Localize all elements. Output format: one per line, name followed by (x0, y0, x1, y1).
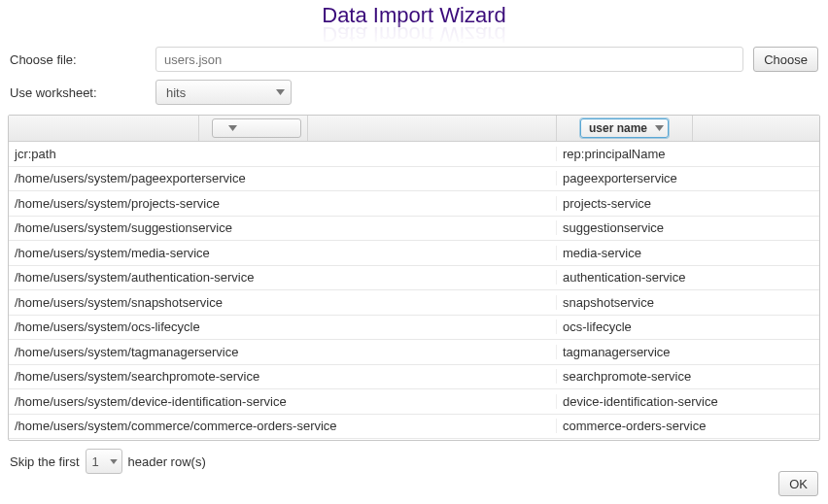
table-row[interactable]: /home/users/system/ocs-lifecycleocs-life… (9, 316, 819, 341)
cell-path: /home/users/system/projects-service (9, 196, 557, 211)
ok-button[interactable]: OK (778, 471, 818, 496)
cell-path: /home/users/system/authentication-servic… (9, 270, 557, 285)
cell-path: /home/users/system/commerce/commerce-ord… (9, 419, 557, 433)
column-mapping-select[interactable] (212, 118, 301, 138)
skip-rows-value: 1 (92, 454, 99, 469)
table-row[interactable]: /home/users/system/device-identification… (9, 389, 819, 415)
table-header-cell (308, 116, 557, 141)
choose-file-row: Choose file: Choose (0, 43, 828, 76)
skip-prefix-label: Skip the first (10, 454, 80, 469)
cell-name: searchpromote-service (557, 369, 819, 384)
table-row[interactable]: jcr:pathrep:principalName (9, 142, 819, 167)
cell-name: rep:principalName (557, 147, 819, 161)
chevron-down-icon (655, 125, 664, 131)
chevron-down-icon (228, 125, 237, 131)
choose-button[interactable]: Choose (753, 47, 818, 72)
table-header: user name (9, 116, 819, 142)
cell-path: /home/users/system/searchpromote-service (9, 369, 557, 384)
table-row[interactable]: /home/users/system/pageexporterservicepa… (9, 167, 819, 192)
cell-name: authentication-service (557, 270, 819, 285)
cell-name: media-service (557, 246, 819, 260)
cell-name: pageexporterservice (557, 171, 819, 185)
table-row[interactable]: /home/users/system/media-servicemedia-se… (9, 241, 819, 266)
worksheet-select[interactable]: hits (155, 80, 292, 105)
dialog-actions: OK (778, 471, 818, 496)
table-header-cell: user name (557, 116, 693, 141)
table-row[interactable]: /home/users/system/authentication-servic… (9, 266, 819, 291)
table-row[interactable]: /home/users/system/snapshotservicesnapsh… (9, 290, 819, 316)
cell-path: /home/users/system/snapshotservice (9, 295, 557, 310)
skip-suffix-label: header row(s) (128, 454, 206, 469)
skip-rows-row: Skip the first 1 header row(s) (0, 441, 828, 474)
cell-name: ocs-lifecycle (557, 319, 819, 334)
cell-path: /home/users/system/tagmanagerservice (9, 345, 557, 359)
data-import-wizard: Data Import Wizard Data Import Wizard Ch… (0, 0, 828, 504)
choose-file-label: Choose file: (10, 52, 146, 67)
cell-name: suggestionservice (557, 220, 819, 235)
table-row[interactable]: /home/users/system/commerce/commerce-ord… (9, 415, 819, 440)
cell-name: projects-service (557, 196, 819, 211)
table-header-cell (693, 116, 819, 141)
cell-path: /home/users/system/ocs-lifecycle (9, 319, 557, 334)
cell-name: tagmanagerservice (557, 345, 819, 359)
worksheet-label: Use worksheet: (10, 85, 146, 100)
table-row[interactable]: /home/users/system/suggestionservicesugg… (9, 217, 819, 242)
cell-name: device-identification-service (557, 394, 819, 409)
page-title-reflection: Data Import Wizard (0, 21, 828, 43)
chevron-down-icon (110, 459, 118, 464)
cell-name: commerce-orders-service (557, 419, 819, 433)
table-row[interactable]: /home/users/system/tagmanagerservicetagm… (9, 340, 819, 365)
table-header-cell (9, 116, 199, 141)
cell-path: /home/users/system/device-identification… (9, 394, 557, 409)
chevron-down-icon (276, 89, 285, 95)
worksheet-row: Use worksheet: hits (0, 76, 828, 109)
skip-rows-select[interactable]: 1 (86, 449, 122, 474)
worksheet-select-value: hits (166, 85, 186, 100)
table-row[interactable]: /home/users/system/projects-serviceproje… (9, 191, 819, 217)
cell-path: /home/users/system/suggestionservice (9, 220, 557, 235)
cell-path: /home/users/system/pageexporterservice (9, 171, 557, 185)
cell-path: /home/users/system/media-service (9, 246, 557, 260)
table-body[interactable]: jcr:pathrep:principalName/home/users/sys… (9, 142, 819, 441)
title-area: Data Import Wizard Data Import Wizard (0, 0, 828, 43)
file-input[interactable] (155, 47, 743, 72)
cell-path: jcr:path (9, 147, 557, 161)
column-mapping-value: user name (589, 121, 647, 135)
table-header-cell (199, 116, 308, 141)
preview-table: user name jcr:pathrep:principalName/home… (8, 115, 820, 441)
cell-name: snapshotservice (557, 295, 819, 310)
table-row[interactable]: /home/users/system/searchpromote-service… (9, 365, 819, 390)
column-mapping-select-username[interactable]: user name (580, 118, 669, 138)
